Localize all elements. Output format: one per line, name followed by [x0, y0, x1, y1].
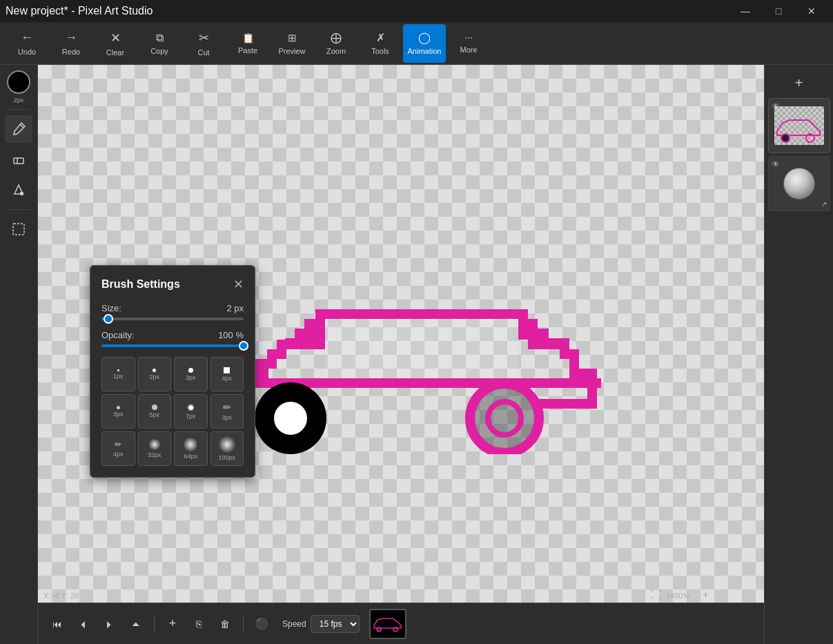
more-button[interactable]: ⋯ More	[447, 24, 490, 63]
svg-rect-26	[569, 369, 597, 378]
brush-preset-4px-air[interactable]: ✏ 4px	[101, 431, 135, 466]
redo-icon: →	[65, 30, 77, 45]
clear-button[interactable]: ✕ Clear	[94, 24, 137, 63]
preview-button[interactable]: ⊞ Preview	[271, 24, 313, 63]
copy-icon: ⧉	[156, 32, 164, 44]
clear-icon: ✕	[110, 30, 121, 46]
svg-rect-3	[201, 378, 601, 388]
select-tool-button[interactable]	[5, 215, 32, 243]
opacity-slider[interactable]	[101, 344, 244, 347]
layer-2-visibility-toggle[interactable]: 👁	[772, 159, 780, 169]
brush-preset-4px-square[interactable]: 4px	[210, 357, 244, 391]
zoom-icon: ⨁	[331, 31, 342, 44]
titlebar-title: New project* - Pixel Art Studio	[6, 5, 153, 17]
layer-2-item[interactable]: 👁 ↗	[768, 156, 830, 211]
opacity-value: 100 %	[218, 330, 244, 340]
more-label: More	[460, 46, 477, 54]
titlebar: New project* - Pixel Art Studio — □ ✕	[0, 0, 833, 22]
copy-button[interactable]: ⧉ Copy	[138, 24, 181, 63]
brush-panel-title: Brush Settings	[101, 278, 180, 291]
frame-thumbnail[interactable]	[369, 609, 406, 639]
minimize-button[interactable]: —	[729, 0, 761, 22]
undo-label: Undo	[18, 48, 36, 56]
tools-icon: ✗	[376, 31, 385, 44]
fill-tool-button[interactable]	[5, 176, 32, 204]
svg-rect-30	[549, 338, 569, 348]
titlebar-controls: — □ ✕	[729, 0, 827, 22]
tools-button[interactable]: ✗ Tools	[359, 24, 402, 63]
frame-thumb-svg	[371, 610, 405, 638]
zoom-level-display: 1400%	[666, 592, 689, 600]
brush-preset-64px[interactable]: 64px	[174, 431, 208, 466]
svg-rect-2	[13, 224, 24, 235]
eraser-tool-button[interactable]	[5, 146, 32, 173]
cut-icon: ✂	[199, 30, 209, 46]
duplicate-frame-button[interactable]: ⎘	[188, 613, 210, 635]
brush-panel-close-button[interactable]: ✕	[233, 277, 244, 292]
brush-panel-header: Brush Settings ✕	[101, 277, 244, 292]
fps-selector[interactable]: 8 fps 12 fps 15 fps 24 fps 30 fps	[311, 615, 360, 633]
add-frame-button[interactable]: +	[161, 613, 184, 635]
coordinates-display: X: -6 Y: 28	[43, 592, 79, 600]
size-slider[interactable]	[101, 318, 244, 320]
svg-rect-9	[325, 309, 518, 319]
preview-label: Preview	[278, 47, 305, 55]
svg-rect-20	[304, 319, 315, 340]
brush-preset-2px[interactable]: 2px	[138, 357, 172, 391]
brush-preset-3px-pencil[interactable]: ✏ 3px	[210, 394, 244, 429]
toolbar: ← Undo → Redo ✕ Clear ⧉ Copy ✂ Cut 📋 Pas…	[0, 22, 833, 65]
brush-opacity-row: Opcaity: 100 %	[101, 330, 244, 340]
layer-1-car-preview	[774, 106, 824, 145]
brush-preset-7px[interactable]: 7px	[174, 394, 208, 429]
anim-prev-frame-button[interactable]: ⏴	[72, 613, 95, 635]
zoom-label: Zoom	[326, 47, 346, 55]
canvas-area[interactable]: Brush Settings ✕ Size: 2 px Opcaity: 100…	[38, 65, 764, 644]
brush-preset-3px-med[interactable]: 3px	[101, 394, 135, 429]
undo-icon: ←	[21, 30, 33, 45]
brush-icon	[11, 121, 26, 137]
layer-2-thumbnail	[783, 168, 815, 199]
brush-preset-3px[interactable]: 3px	[174, 357, 208, 391]
svg-point-41	[781, 134, 790, 142]
cut-button[interactable]: ✂ Cut	[182, 24, 225, 63]
size-value: 2 px	[226, 303, 244, 313]
eraser-icon	[11, 152, 26, 167]
zoom-button[interactable]: ⨁ Zoom	[315, 24, 357, 63]
brush-size-label: 2px	[14, 97, 24, 104]
more-icon: ⋯	[464, 33, 473, 43]
brush-preset-5px[interactable]: 5px	[138, 394, 172, 429]
color-swatch[interactable]	[7, 70, 30, 94]
svg-rect-0	[14, 158, 23, 164]
layer-export-icon[interactable]: ↗	[821, 200, 827, 208]
svg-rect-13	[267, 349, 286, 359]
anim-separator-1	[154, 616, 155, 632]
redo-button[interactable]: → Redo	[50, 24, 92, 63]
brush-preset-1px[interactable]: 1px	[101, 357, 135, 391]
anim-next-frame-button[interactable]: ⏶	[125, 613, 147, 635]
undo-button[interactable]: ← Undo	[6, 24, 48, 63]
fullscreen-button[interactable]: ⛶	[651, 589, 662, 601]
right-panel: + 👁 👁 ↗	[764, 65, 833, 644]
maximize-button[interactable]: □	[763, 0, 794, 22]
main-layout: 2px	[0, 65, 833, 644]
svg-rect-27	[518, 309, 528, 319]
brush-preset-32px[interactable]: 32px	[138, 431, 172, 466]
close-button[interactable]: ✕	[796, 0, 827, 22]
brush-preset-100px[interactable]: 100px	[210, 431, 244, 466]
svg-point-39	[377, 627, 381, 632]
anim-first-frame-button[interactable]: ⏮	[46, 613, 68, 635]
anim-play-button[interactable]: ⏵	[99, 613, 121, 635]
opacity-label: Opcaity:	[101, 330, 135, 340]
paste-label: Paste	[238, 46, 257, 55]
layer-1-item[interactable]: 👁	[768, 98, 830, 153]
add-zoom-button[interactable]: +	[703, 589, 709, 601]
onion-skin-button[interactable]: ⚫	[251, 613, 273, 635]
paste-button[interactable]: 📋 Paste	[226, 24, 269, 63]
tool-separator	[8, 109, 30, 110]
brush-tool-button[interactable]	[5, 115, 32, 143]
fill-icon	[11, 182, 26, 197]
animation-button[interactable]: ◯ Animation	[403, 24, 446, 63]
brush-settings-panel: Brush Settings ✕ Size: 2 px Opcaity: 100…	[90, 265, 255, 478]
add-layer-button[interactable]: +	[787, 70, 812, 95]
delete-frame-button[interactable]: 🗑	[214, 613, 236, 635]
